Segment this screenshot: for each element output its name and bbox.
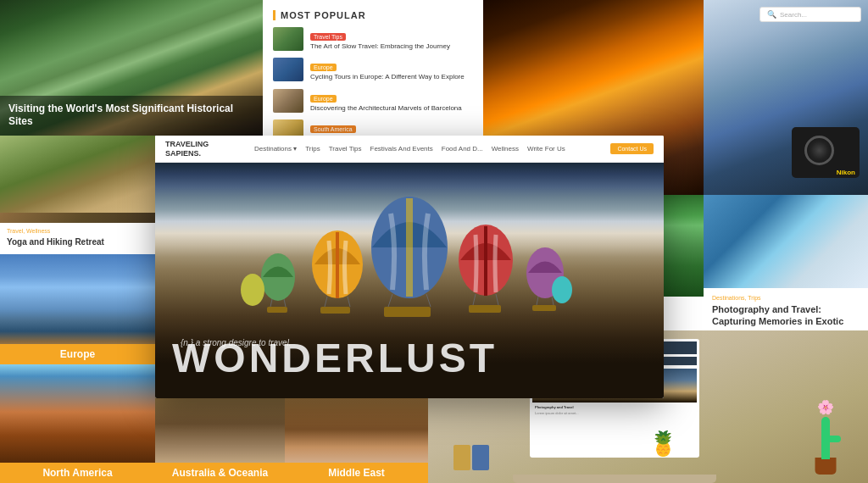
photography-tag: Destinations, Trips (712, 295, 860, 301)
site-logo-line2: SAPIENS. (165, 149, 209, 158)
mp-thumb-2 (273, 58, 303, 81)
mp-tag-1: Travel Tips (310, 33, 346, 41)
svg-line-18 (552, 297, 554, 305)
nav-contact-button[interactable]: Contact Us (610, 143, 654, 154)
camera-image: Nikon (704, 0, 868, 195)
svg-rect-3 (384, 307, 431, 317)
yoga-tag: Travel, Wellness (7, 228, 148, 234)
hero-title: WONDERLUST (172, 335, 498, 381)
svg-point-20 (241, 274, 264, 306)
search-placeholder: Search... (780, 11, 807, 19)
laptop-body (513, 475, 716, 483)
mp-item-1[interactable]: Travel Tips The Art of Slow Travel: Embr… (273, 27, 473, 51)
mp-item-3[interactable]: Europe Discovering the Architectural Mar… (273, 89, 473, 113)
svg-rect-19 (532, 305, 556, 311)
middle-east-label: Middle East (285, 463, 428, 483)
site-logo-line1: TRAVELING (165, 140, 209, 149)
pineapple-decoration: 🍍 (648, 430, 678, 458)
mp-tag-3: Europe (310, 95, 337, 103)
mp-title-1: The Art of Slow Travel: Embracing the Jo… (310, 42, 473, 51)
svg-line-14 (284, 299, 286, 307)
svg-line-5 (325, 297, 327, 307)
nav-destinations[interactable]: Destinations ▾ (254, 145, 297, 153)
svg-rect-7 (320, 307, 350, 314)
cactus-pot (815, 458, 837, 475)
laptop-article-mini: Photography and Travel Lorem ipsum dolor… (532, 402, 697, 418)
mp-thumb-1 (273, 27, 303, 51)
machu-picchu-image: Visiting the World's Most Significant Hi… (0, 0, 263, 136)
book-2 (472, 445, 489, 470)
north-america-label: North America (0, 463, 155, 483)
mp-title-2: Cycling Tours in Europe: A Different Way… (310, 73, 473, 81)
mp-title-3: Discovering the Architectural Marvels of… (310, 104, 473, 113)
europe-card[interactable]: Europe (0, 254, 155, 364)
svg-line-13 (270, 299, 272, 307)
mp-thumb-3 (273, 89, 303, 113)
yoga-title: Yoga and Hiking Retreat (7, 236, 148, 247)
camera-brand: Nikon (837, 169, 855, 176)
camera-lens (804, 136, 834, 165)
mp-item-4[interactable]: South America The Vibrant Street Art of … (273, 119, 473, 136)
mp-tag-4: South America (310, 125, 356, 133)
svg-line-1 (388, 294, 392, 307)
europe-label: Europe (0, 344, 155, 364)
books-decoration (453, 445, 489, 470)
balloons-svg (206, 180, 613, 349)
svg-rect-15 (267, 307, 287, 313)
site-nav: TRAVELING SAPIENS. Destinations ▾ Trips … (155, 136, 664, 163)
site-hero: {n.} a strong desigre to travel. WONDERL… (155, 163, 664, 398)
nav-wellness[interactable]: Wellness (492, 145, 519, 153)
mp-info-1: Travel Tips The Art of Slow Travel: Embr… (310, 27, 473, 51)
most-popular-panel: MOST POPULAR Travel Tips The Art of Slow… (263, 0, 483, 136)
cactus-flower: 🌸 (817, 399, 834, 415)
svg-point-21 (552, 276, 572, 303)
photography-image (704, 195, 868, 288)
cactus-decoration: 🌸 (809, 407, 843, 475)
nav-trips[interactable]: Trips (305, 145, 320, 153)
nav-write[interactable]: Write For Us (527, 145, 565, 153)
site-nav-links: Destinations ▾ Trips Travel Tips Festiva… (225, 145, 593, 153)
site-logo: TRAVELING SAPIENS. (165, 140, 209, 158)
svg-line-2 (426, 294, 431, 307)
svg-line-6 (348, 297, 350, 307)
book-1 (453, 445, 470, 470)
nav-food[interactable]: Food And D... (442, 145, 483, 153)
yoga-card-info: Travel, Wellness Yoga and Hiking Retreat (0, 223, 155, 254)
yoga-card[interactable]: Travel, Wellness Yoga and Hiking Retreat (0, 136, 155, 254)
nav-festivals[interactable]: Festivals And Events (370, 145, 433, 153)
svg-line-10 (496, 294, 498, 305)
machu-title: Visiting the World's Most Significant Hi… (8, 103, 254, 129)
cactus-arm (824, 436, 841, 442)
mp-info-2: Europe Cycling Tours in Europe: A Differ… (310, 58, 473, 81)
website-overlay: TRAVELING SAPIENS. Destinations ▾ Trips … (155, 136, 664, 398)
most-popular-heading: MOST POPULAR (273, 10, 473, 20)
search-icon: 🔍 (767, 10, 776, 19)
north-america-card[interactable]: North America (0, 364, 155, 483)
svg-rect-11 (469, 305, 501, 313)
svg-line-9 (473, 294, 476, 305)
machu-overlay: Visiting the World's Most Significant Hi… (0, 96, 263, 136)
mp-tag-2: Europe (310, 64, 337, 71)
mp-info-3: Europe Discovering the Architectural Mar… (310, 89, 473, 113)
search-bar[interactable]: 🔍 Search... (760, 7, 861, 22)
svg-line-17 (537, 297, 538, 305)
australia-label: Australia & Oceania (155, 463, 285, 483)
nav-travel-tips[interactable]: Travel Tips (329, 145, 362, 153)
mp-item-2[interactable]: Europe Cycling Tours in Europe: A Differ… (273, 58, 473, 81)
mp-info-4: South America The Vibrant Street Art of … (310, 119, 473, 136)
mp-thumb-4 (273, 119, 303, 136)
